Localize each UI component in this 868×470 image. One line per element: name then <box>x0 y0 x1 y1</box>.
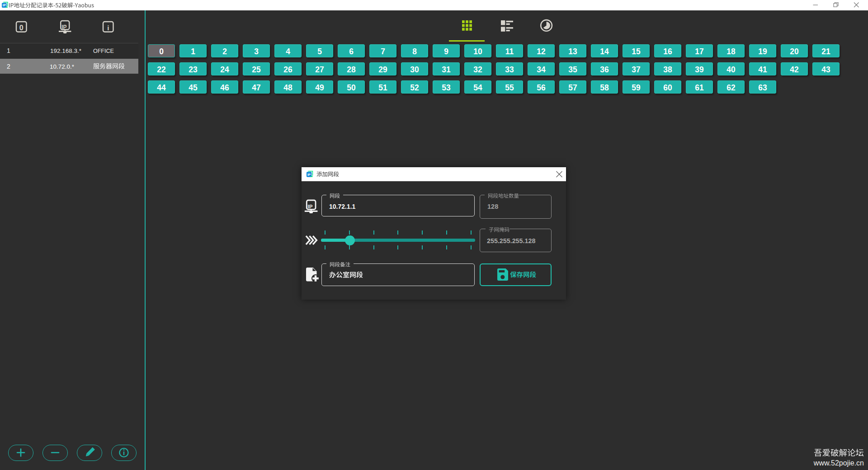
svg-text:2: 2 <box>7 63 10 70</box>
svg-text:40: 40 <box>726 65 736 74</box>
svg-text:11: 11 <box>505 47 514 56</box>
svg-text:41: 41 <box>758 65 767 74</box>
svg-text:19: 19 <box>758 47 767 56</box>
svg-text:39: 39 <box>695 65 704 74</box>
svg-text:36: 36 <box>600 65 609 74</box>
svg-text:29: 29 <box>378 65 387 74</box>
svg-text:35: 35 <box>568 65 577 74</box>
svg-text:58: 58 <box>600 83 609 92</box>
svg-text:52: 52 <box>410 83 419 92</box>
svg-text:5: 5 <box>317 47 322 56</box>
svg-text:21: 21 <box>821 47 830 56</box>
svg-text:62: 62 <box>726 83 736 92</box>
svg-text:50: 50 <box>347 83 356 92</box>
svg-text:14: 14 <box>600 47 609 56</box>
svg-text:23: 23 <box>189 65 198 74</box>
svg-text:25: 25 <box>252 65 261 74</box>
svg-text:IP: IP <box>308 204 313 209</box>
svg-text:49: 49 <box>315 83 324 92</box>
svg-text:4: 4 <box>286 47 290 56</box>
svg-text:2: 2 <box>222 47 227 56</box>
svg-text:37: 37 <box>632 65 640 74</box>
svg-text:57: 57 <box>568 83 577 92</box>
svg-text:0: 0 <box>19 24 24 32</box>
svg-text:59: 59 <box>632 83 641 92</box>
svg-text:54: 54 <box>473 83 482 92</box>
svg-text:8: 8 <box>412 47 417 56</box>
svg-text:47: 47 <box>252 83 260 92</box>
svg-text:28: 28 <box>347 65 356 74</box>
svg-text:15: 15 <box>632 47 641 56</box>
svg-text:9: 9 <box>444 47 448 56</box>
svg-text:3: 3 <box>254 47 259 56</box>
svg-text:10.72.1.1: 10.72.1.1 <box>329 203 356 210</box>
svg-text:32: 32 <box>473 65 482 74</box>
svg-text:38: 38 <box>663 65 672 74</box>
svg-text:1: 1 <box>191 47 195 56</box>
svg-text:6: 6 <box>349 47 354 56</box>
svg-text:OFFICE: OFFICE <box>93 48 114 54</box>
svg-text:www.52pojie.cn: www.52pojie.cn <box>813 459 864 467</box>
svg-text:46: 46 <box>220 83 229 92</box>
svg-text:0: 0 <box>159 47 164 56</box>
svg-text:192.168.3.*: 192.168.3.* <box>50 47 82 54</box>
svg-text:27: 27 <box>315 65 324 74</box>
svg-text:10: 10 <box>473 47 482 56</box>
svg-text:30: 30 <box>410 65 419 74</box>
svg-text:7: 7 <box>381 47 385 56</box>
svg-text:53: 53 <box>442 83 451 92</box>
svg-text:1: 1 <box>7 47 10 54</box>
svg-text:IP: IP <box>307 173 311 177</box>
svg-text:26: 26 <box>283 65 292 74</box>
svg-text:20: 20 <box>790 47 799 56</box>
svg-text:33: 33 <box>505 65 514 74</box>
svg-text:IP: IP <box>61 24 66 30</box>
svg-text:63: 63 <box>758 83 767 92</box>
svg-text:48: 48 <box>283 83 292 92</box>
svg-text:43: 43 <box>821 65 830 74</box>
svg-text:10.72.0.*: 10.72.0.* <box>50 63 75 70</box>
svg-text:128: 128 <box>487 203 498 210</box>
svg-text:i: i <box>107 24 109 32</box>
svg-text:13: 13 <box>568 47 577 56</box>
svg-text:45: 45 <box>189 83 198 92</box>
svg-text:34: 34 <box>537 65 546 74</box>
svg-text:56: 56 <box>537 83 546 92</box>
svg-text:31: 31 <box>442 65 451 74</box>
svg-text:18: 18 <box>726 47 736 56</box>
svg-text:44: 44 <box>157 83 166 92</box>
svg-text:22: 22 <box>157 65 166 74</box>
svg-text:42: 42 <box>790 65 799 74</box>
svg-text:17: 17 <box>695 47 703 56</box>
svg-text:24: 24 <box>220 65 229 74</box>
svg-text:61: 61 <box>695 83 704 92</box>
svg-text:55: 55 <box>505 83 514 92</box>
svg-text:51: 51 <box>378 83 387 92</box>
svg-text:12: 12 <box>537 47 546 56</box>
svg-text:IP: IP <box>3 3 6 7</box>
svg-text:60: 60 <box>663 83 672 92</box>
svg-text:255.255.255.128: 255.255.255.128 <box>487 237 535 244</box>
svg-text:16: 16 <box>663 47 672 56</box>
